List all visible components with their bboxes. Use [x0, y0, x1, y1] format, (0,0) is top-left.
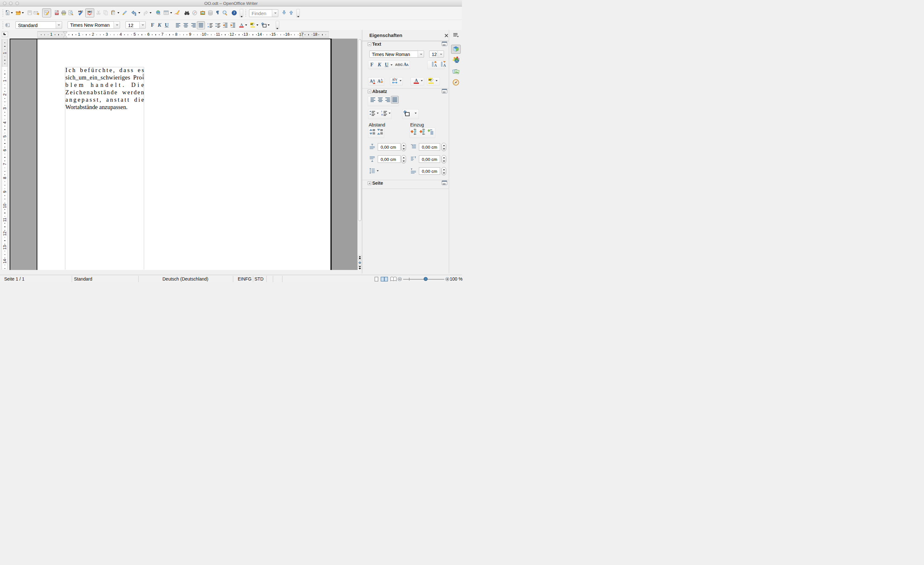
svg-text:ABC: ABC — [87, 10, 92, 13]
svg-text:I: I — [208, 23, 208, 25]
svg-text:A: A — [434, 63, 437, 67]
svg-text:?: ? — [234, 11, 235, 15]
svg-text:A: A — [240, 23, 243, 27]
svg-text:A: A — [381, 78, 382, 81]
svg-text:A: A — [372, 79, 375, 82]
svg-text:PDF: PDF — [56, 13, 58, 15]
svg-text:A: A — [370, 79, 373, 84]
svg-text:II: II — [382, 114, 383, 116]
svg-text:I: I — [382, 110, 382, 112]
svg-text:A: A — [377, 79, 381, 84]
svg-text:V: V — [395, 78, 398, 81]
svg-text:ABC: ABC — [78, 10, 83, 13]
svg-text:II: II — [208, 26, 209, 28]
svg-text:A: A — [443, 63, 446, 67]
svg-text:A: A — [415, 78, 418, 83]
svg-text:A: A — [392, 78, 394, 81]
